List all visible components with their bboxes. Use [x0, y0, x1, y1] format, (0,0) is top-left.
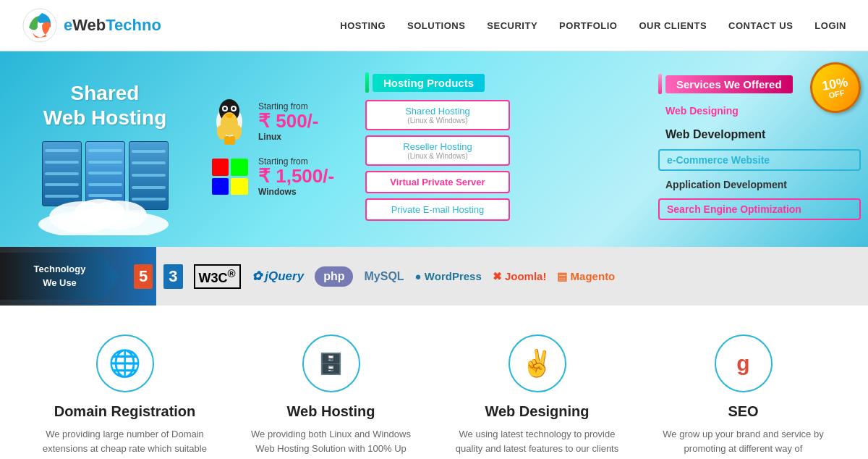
services-header-bar: [658, 74, 662, 94]
banner-title: Shared Web Hosting: [43, 81, 167, 130]
svg-rect-15: [224, 136, 230, 145]
services-section: 🌐 Domain Registration We providing large…: [0, 306, 868, 459]
joomla-logo: ✖ Joomla!: [493, 270, 547, 283]
hosting-desc: We providing both Linux and Windows Web …: [248, 427, 414, 459]
linux-pricing: Starting from ₹ 500/- Linux: [210, 101, 354, 142]
windows-pricing-text: Starting from ₹ 1,500/- Windows: [258, 156, 334, 197]
svg-rect-16: [229, 136, 235, 145]
svg-point-4: [75, 199, 125, 225]
service-card-seo: g SEO We grow up your brand and service …: [660, 334, 827, 459]
service-app-development[interactable]: Application Development: [658, 175, 861, 194]
service-card-domain: 🌐 Domain Registration We providing large…: [42, 334, 208, 459]
designing-title: Web Designing: [454, 403, 621, 420]
nav-our-clients[interactable]: OUR CLIENTS: [639, 20, 707, 31]
nav-security[interactable]: SECURITY: [487, 20, 537, 31]
w3c-logo: W3C®: [194, 264, 241, 289]
seo-icon: g: [715, 334, 773, 392]
service-card-designing: ✌ Web Designing We using latest technolo…: [454, 334, 621, 459]
nav-portfolio[interactable]: PORTFOLIO: [559, 20, 617, 31]
service-seo[interactable]: Search Engine Optimization: [658, 198, 861, 220]
banner-pricing: Starting from ₹ 500/- Linux Starting f: [203, 51, 362, 247]
tech-bar: TechnologyWe Use 5 3 W3C® ✿ jQuery php M…: [0, 247, 868, 306]
hosting-icon: 🗄️: [302, 334, 360, 392]
svg-point-11: [232, 107, 235, 110]
service-web-development[interactable]: Web Development: [658, 125, 861, 145]
hosting-title: Web Hosting: [248, 403, 414, 420]
linux-icon: [210, 102, 250, 142]
svg-point-0: [23, 9, 56, 42]
domain-icon: 🌐: [96, 334, 154, 392]
service-ecommerce[interactable]: e-Commerce Website: [658, 149, 861, 171]
windows-pricing: Starting from ₹ 1,500/- Windows: [210, 156, 354, 197]
products-header-text: Hosting Products: [373, 74, 485, 92]
product-email-hosting[interactable]: Private E-mail Hosting: [365, 198, 510, 221]
nav-login[interactable]: LOGIN: [814, 20, 846, 31]
css3-logo: 3: [163, 264, 182, 289]
wordpress-logo: ● WordPress: [415, 270, 482, 282]
products-header-bar: [365, 72, 369, 93]
logo-text: eWebTechno: [64, 16, 161, 35]
services-header-text: Services We Offered: [665, 75, 793, 93]
product-vps[interactable]: Virtual Private Server: [365, 171, 510, 193]
domain-desc: We providing large number of Domain exte…: [42, 427, 208, 459]
domain-title: Domain Registration: [42, 403, 208, 420]
banner-products: Hosting Products Shared Hosting(Linux & …: [362, 51, 651, 247]
cloud-decoration: [31, 199, 176, 228]
mysql-logo: MySQL: [364, 270, 404, 283]
seo-desc: We grow up your brand and service by pro…: [660, 427, 827, 459]
tech-bar-label: TechnologyWe Use: [0, 253, 119, 300]
svg-point-12: [226, 114, 232, 118]
magento-logo: ▤ Magento: [557, 270, 615, 283]
banner-left: Shared Web Hosting: [0, 51, 203, 247]
nav-hosting[interactable]: HOSTING: [340, 20, 386, 31]
tech-logos: 5 3 W3C® ✿ jQuery php MySQL ● WordPress …: [119, 264, 868, 289]
linux-pricing-text: Starting from ₹ 500/- Linux: [258, 101, 319, 142]
html5-logo: 5: [134, 264, 153, 289]
windows-icon: [210, 157, 250, 197]
logo-icon: [22, 7, 58, 43]
main-banner: Shared Web Hosting: [0, 51, 868, 306]
nav-contact-us[interactable]: CONTACT US: [728, 20, 793, 31]
product-shared-hosting[interactable]: Shared Hosting(Linux & Windows): [365, 100, 510, 130]
service-card-hosting: 🗄️ Web Hosting We providing both Linux a…: [248, 334, 414, 459]
header: eWebTechno HOSTING SOLUTIONS SECURITY PO…: [0, 0, 868, 51]
logo[interactable]: eWebTechno: [22, 7, 161, 43]
product-reseller-hosting[interactable]: Reseller Hosting(Linux & Windows): [365, 135, 510, 166]
main-nav: HOSTING SOLUTIONS SECURITY PORTFOLIO OUR…: [340, 20, 846, 31]
jquery-logo: ✿ jQuery: [252, 269, 305, 284]
seo-title: SEO: [660, 403, 827, 420]
svg-point-10: [224, 107, 226, 110]
banner-services: 10% OFF Services We Offered Web Designin…: [651, 51, 868, 247]
nav-solutions[interactable]: SOLUTIONS: [407, 20, 465, 31]
products-header: Hosting Products: [365, 72, 647, 93]
designing-desc: We using latest technology to provide qu…: [454, 427, 621, 459]
designing-icon: ✌: [509, 334, 566, 392]
php-logo: php: [315, 266, 353, 287]
